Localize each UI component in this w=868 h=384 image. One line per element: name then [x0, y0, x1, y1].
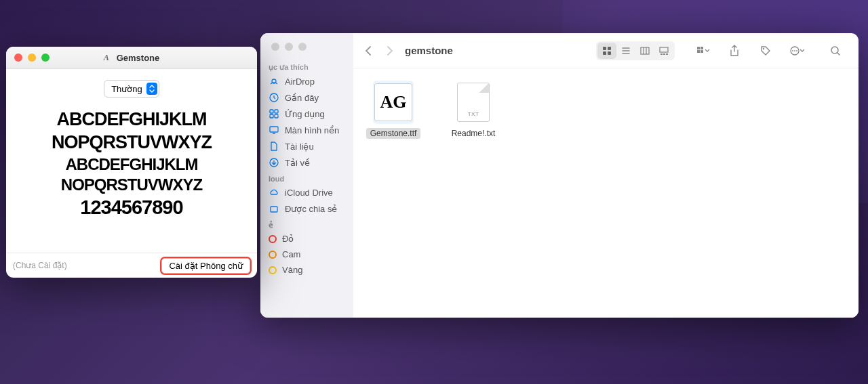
view-list-button[interactable]	[616, 43, 635, 59]
view-gallery-button[interactable]	[654, 43, 673, 59]
sidebar-item-label: Gần đây	[285, 93, 319, 103]
svg-rect-2	[270, 110, 273, 113]
svg-rect-14	[660, 47, 668, 52]
svg-rect-19	[701, 47, 703, 49]
sidebar-item-icloud[interactable]: iCloud Drive	[260, 184, 353, 200]
svg-rect-16	[663, 54, 665, 55]
airdrop-icon	[269, 76, 279, 87]
preview-line: 1234567890	[20, 195, 243, 219]
txt-label: TXT	[468, 111, 479, 117]
style-select-wrap: Thường	[6, 69, 257, 104]
sidebar-item-label: AirDrop	[285, 77, 315, 87]
minimize-button[interactable]	[285, 43, 293, 51]
view-mode-controls	[596, 41, 675, 60]
maximize-button[interactable]	[298, 43, 307, 51]
tag-dot-icon	[269, 235, 277, 243]
tags-header: ẻ	[260, 217, 353, 231]
sidebar-tag-yellow[interactable]: Vàng	[260, 262, 353, 278]
minimize-button[interactable]	[28, 54, 36, 62]
document-icon	[269, 141, 279, 152]
preview-line: NOPQRSTUVWXYZ	[20, 131, 243, 154]
folder-title: gemstone	[405, 45, 453, 56]
svg-rect-4	[270, 114, 273, 118]
preview-line: ABCDEFGHIJKLM	[20, 108, 243, 131]
sidebar-item-documents[interactable]: Tài liệu	[260, 138, 353, 154]
search-button[interactable]	[828, 43, 843, 58]
sidebar-item-downloads[interactable]: Tải về	[260, 154, 353, 171]
sidebar-item-shared[interactable]: Được chia sẻ	[260, 200, 353, 217]
sidebar-item-label: Màn hình nền	[285, 125, 339, 135]
svg-rect-6	[270, 127, 278, 132]
sidebar-item-desktop[interactable]: Màn hình nền	[260, 122, 353, 138]
sidebar-item-label: iCloud Drive	[285, 188, 333, 198]
desktop-icon	[269, 125, 279, 135]
finder-window: ục ưa thích AirDrop Gần đây Ứng dụng Màn…	[260, 33, 859, 318]
preview-line: NOPQRSTUVWXYZ	[20, 175, 243, 195]
finder-main: gemstone AG Gemstone.ttf	[353, 33, 859, 318]
file-icon: AG	[373, 81, 414, 124]
group-by-button[interactable]	[696, 43, 711, 58]
sidebar-item-label: Tải về	[285, 158, 310, 168]
cloud-icon	[269, 187, 279, 198]
chevron-updown-icon	[146, 83, 157, 95]
svg-rect-3	[275, 110, 278, 113]
share-button[interactable]	[727, 43, 742, 58]
font-preview-window: A Gemstone Thường ABCDEFGHIJKLM NOPQRSTU…	[6, 47, 257, 278]
preview-line: ABCDEFGHIJKLM	[20, 154, 243, 175]
sidebar-item-recents[interactable]: Gần đây	[260, 89, 353, 106]
sidebar-item-label: Đỏ	[282, 234, 294, 244]
svg-rect-5	[275, 114, 278, 118]
font-window-titlebar: A Gemstone	[6, 47, 257, 69]
action-button[interactable]	[789, 43, 804, 58]
tag-button[interactable]	[758, 43, 773, 58]
file-name: Gemstone.ttf	[366, 128, 421, 139]
sidebar-item-label: Ứng dụng	[285, 109, 325, 119]
svg-point-25	[794, 50, 795, 51]
sidebar-item-apps[interactable]: Ứng dụng	[260, 106, 353, 122]
traffic-lights	[14, 54, 50, 62]
svg-rect-21	[701, 50, 703, 53]
style-select[interactable]: Thường	[104, 80, 159, 98]
font-app-icon: A	[104, 54, 113, 62]
window-title-text: Gemstone	[117, 53, 160, 63]
download-icon	[269, 157, 279, 168]
txt-icon: TXT	[457, 83, 490, 122]
svg-point-24	[792, 50, 793, 51]
ttf-icon: AG	[374, 83, 412, 121]
nav-back-button[interactable]	[364, 45, 372, 56]
sidebar-item-label: Cam	[282, 249, 300, 259]
apps-icon	[269, 108, 279, 119]
view-column-button[interactable]	[635, 43, 654, 59]
style-select-value: Thường	[111, 84, 142, 94]
clock-icon	[269, 92, 279, 103]
svg-point-22	[763, 47, 764, 49]
window-title: A Gemstone	[104, 53, 160, 63]
view-icon-button[interactable]	[597, 43, 616, 59]
svg-rect-18	[697, 47, 700, 49]
nav-forward-button[interactable]	[386, 45, 394, 56]
svg-rect-13	[641, 47, 649, 54]
sidebar-tag-red[interactable]: Đỏ	[260, 231, 353, 247]
file-item-gemstone-ttf[interactable]: AG Gemstone.ttf	[366, 81, 421, 139]
finder-content[interactable]: AG Gemstone.ttf TXT Readme!.txt	[353, 68, 859, 318]
install-font-button[interactable]: Cài đặt Phông chữ	[161, 258, 250, 274]
close-button[interactable]	[14, 54, 22, 62]
svg-rect-17	[666, 54, 668, 55]
maximize-button[interactable]	[41, 54, 50, 62]
sidebar-item-airdrop[interactable]: AirDrop	[260, 73, 353, 89]
finder-sidebar: ục ưa thích AirDrop Gần đây Ứng dụng Màn…	[260, 33, 353, 318]
font-window-footer: (Chưa Cài đặt) Cài đặt Phông chữ	[6, 253, 257, 278]
sidebar-item-label: Được chia sẻ	[285, 204, 337, 214]
file-icon: TXT	[453, 81, 494, 124]
shared-icon	[269, 203, 279, 214]
svg-rect-20	[697, 50, 700, 53]
finder-traffic-lights	[260, 40, 353, 59]
icloud-header: loud	[260, 171, 353, 184]
file-item-readme-txt[interactable]: TXT Readme!.txt	[446, 81, 501, 139]
sidebar-tag-orange[interactable]: Cam	[260, 247, 353, 262]
svg-rect-12	[608, 51, 611, 55]
svg-point-26	[796, 50, 797, 51]
close-button[interactable]	[271, 43, 279, 51]
file-name: Readme!.txt	[448, 128, 500, 139]
install-status: (Chưa Cài đặt)	[13, 261, 67, 270]
